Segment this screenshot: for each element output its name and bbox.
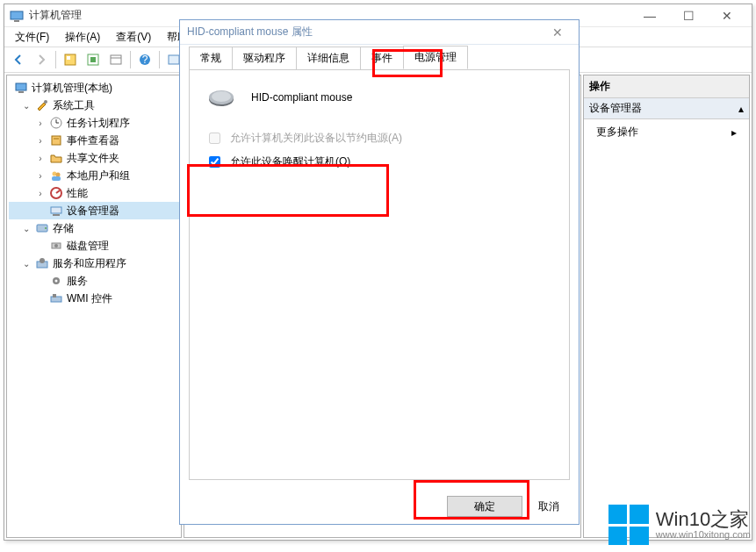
tree-storage[interactable]: ⌄ 存储 [9,219,179,237]
actions-context[interactable]: 设备管理器 ▴ [584,98,749,119]
watermark-url: www.win10xitong.com [656,529,751,540]
event-icon [49,133,63,147]
svg-point-40 [212,91,231,102]
clock-icon [49,116,63,130]
dialog-titlebar: HID-compliant mouse 属性 ✕ [180,20,579,45]
back-button[interactable] [8,49,29,70]
tree-svcapp[interactable]: ⌄ 服务和应用程序 [9,254,179,272]
tree-devmgr[interactable]: 设备管理器 [9,202,179,219]
device-name: HID-compliant mouse [251,91,352,104]
watermark: Win10之家 www.win10xitong.com [608,505,751,545]
checkbox-power-off: 允许计算机关闭此设备以节约电源(A) [204,126,555,150]
perf-icon [49,186,63,200]
storage-icon [35,221,49,235]
tree-performance[interactable]: › 性能 [9,184,179,202]
svg-point-15 [44,100,47,104]
up-arrow-icon: ▴ [738,103,744,115]
twisty-closed-icon[interactable]: › [35,154,46,163]
svg-point-31 [54,244,58,247]
tab-events[interactable]: 事件 [360,47,404,69]
svg-rect-14 [18,91,24,93]
watermark-title: Win10之家 [656,510,751,529]
svg-rect-3 [67,56,70,60]
help-button[interactable]: ? [134,49,155,70]
svg-rect-0 [11,11,23,19]
checkbox-wake[interactable]: 允许此设备唤醒计算机(O) [204,150,555,174]
tab-details[interactable]: 详细信息 [296,47,361,69]
checkbox-input[interactable] [209,156,220,168]
svg-rect-27 [53,214,60,216]
twisty-closed-icon[interactable]: › [35,136,46,146]
gear-icon [49,274,63,288]
tree-services[interactable]: 服务 [9,272,179,290]
svg-rect-1 [14,20,19,22]
devmgr-icon [49,204,63,218]
app-icon [10,9,24,23]
twisty-closed-icon[interactable]: › [35,118,46,128]
dialog-close-button[interactable]: ✕ [544,25,572,39]
toolbar-separator [159,51,160,68]
close-button[interactable]: ✕ [708,4,746,27]
dialog-title: HID-compliant mouse 属性 [187,25,544,39]
services-group-icon [35,256,49,270]
actions-panel: 操作 设备管理器 ▴ 更多操作 ▸ [583,75,750,538]
minimize-button[interactable]: — [630,4,669,27]
tab-driver[interactable]: 驱动程序 [232,47,297,69]
disk-icon [49,239,63,253]
right-arrow-icon: ▸ [731,126,737,139]
menu-file[interactable]: 文件(F) [8,28,56,47]
svg-rect-23 [52,176,61,181]
twisty-open-icon[interactable]: ⌄ [21,224,32,233]
tree-disk[interactable]: 磁盘管理 [9,237,179,254]
tb-btn-2[interactable] [83,49,104,70]
ok-button[interactable]: 确定 [447,496,522,517]
tab-content: HID-compliant mouse 允许计算机关闭此设备以节约电源(A) 允… [189,70,570,480]
twisty-closed-icon[interactable]: › [35,189,46,198]
dialog-buttons: 确定 取消 [180,489,579,524]
properties-dialog: HID-compliant mouse 属性 ✕ 常规 驱动程序 详细信息 事件… [179,19,580,525]
toolbar-separator [130,51,131,68]
svg-point-35 [55,280,58,283]
menu-view[interactable]: 查看(V) [109,28,158,47]
tb-btn-3[interactable] [105,49,126,70]
checkbox-input [209,133,220,144]
tree-root[interactable]: 计算机管理(本地) [9,79,179,97]
tree-users[interactable]: › 本地用户和组 [9,167,179,184]
svg-rect-6 [111,55,121,64]
tab-power[interactable]: 电源管理 [403,46,468,69]
twisty-open-icon[interactable]: ⌄ [21,101,32,111]
tree-share[interactable]: › 共享文件夹 [9,149,179,167]
svg-rect-37 [53,294,56,298]
more-actions[interactable]: 更多操作 ▸ [584,119,749,145]
forward-button[interactable] [31,49,52,70]
tb-btn-1[interactable] [60,49,81,70]
svg-point-29 [45,227,47,229]
svg-line-25 [56,190,60,193]
users-icon [49,168,63,183]
svg-rect-19 [52,136,61,145]
svg-rect-5 [90,57,96,62]
tab-general[interactable]: 常规 [189,47,233,69]
menu-action[interactable]: 操作(A) [58,28,107,47]
tab-strip: 常规 驱动程序 详细信息 事件 电源管理 [180,45,579,69]
svg-rect-26 [51,207,61,213]
svg-rect-10 [169,55,179,64]
maximize-button[interactable]: ☐ [669,4,708,27]
twisty-closed-icon[interactable]: › [35,171,46,181]
windows-logo-icon [608,505,649,545]
wmi-icon [49,291,63,305]
twisty-open-icon[interactable]: ⌄ [21,259,32,269]
svg-text:?: ? [142,54,148,66]
tree-systools[interactable]: ⌄ 系统工具 [9,97,179,114]
tree-panel[interactable]: 计算机管理(本地) ⌄ 系统工具 › 任务计划程序 › 事件查看器 [6,75,182,538]
tree-task[interactable]: › 任务计划程序 [9,114,179,132]
tree-wmi[interactable]: WMI 控件 [9,290,179,307]
window-controls: — ☐ ✕ [630,4,746,27]
svg-rect-13 [16,83,26,90]
tree-event[interactable]: › 事件查看器 [9,132,179,149]
svg-point-22 [56,173,61,177]
toolbar-separator [55,51,56,68]
mouse-icon [205,86,237,109]
cancel-button[interactable]: 取消 [531,496,566,517]
folder-icon [49,151,63,165]
